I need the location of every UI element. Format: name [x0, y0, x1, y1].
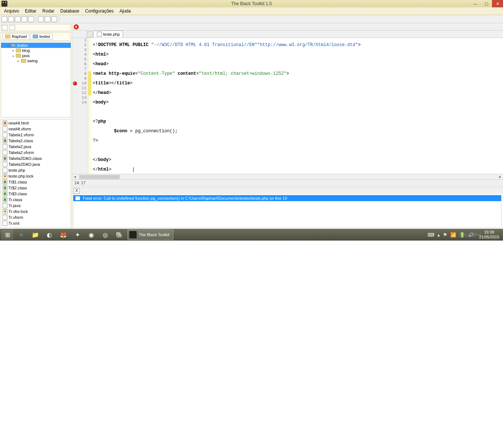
wifi-icon[interactable]: 📶 — [450, 232, 456, 238]
menu-database[interactable]: Database — [58, 8, 82, 14]
file-name: Tabela2.java — [8, 144, 31, 149]
file-item[interactable]: Tabela2DAO.java — [1, 161, 71, 167]
console-error-line[interactable]: Fatal error: Call to undefined function … — [73, 195, 501, 201]
project-tab-raphael[interactable]: Raphael — [3, 33, 29, 40]
console-message: Fatal error: Call to undefined function … — [83, 196, 287, 200]
menu-ajuda[interactable]: Ajuda — [117, 8, 134, 14]
file-item[interactable]: newHt.html — [1, 120, 71, 126]
file-item[interactable]: Tr$3.class — [1, 191, 71, 197]
scroll-thumb[interactable] — [79, 175, 120, 179]
expand-icon[interactable]: ▸ — [17, 59, 20, 63]
file-name: Tabela1.vform — [8, 133, 34, 137]
file-item[interactable]: Tr.vform — [1, 214, 71, 220]
file-item[interactable]: Tr.class — [1, 197, 71, 203]
taskbar-app3-icon[interactable]: ◎ — [99, 230, 111, 240]
taskbar-app1-icon[interactable]: ◐ — [43, 230, 55, 240]
file-item[interactable]: Tabela2.class — [1, 138, 71, 144]
taskbar-ie-icon[interactable]: e — [15, 230, 27, 240]
maximize-button[interactable]: ▢ — [481, 0, 492, 7]
line-number: 8 — [72, 71, 87, 76]
window-controls: — ▢ ✕ — [470, 0, 503, 7]
console-header: X — [72, 188, 503, 194]
tray-icon[interactable]: ▴ — [437, 232, 440, 238]
console-line-icon — [75, 196, 80, 200]
file-item[interactable]: Tr$1.class — [1, 179, 71, 185]
error-tab-row: ✕ — [72, 23, 503, 31]
file-item[interactable]: newHt.vform — [1, 126, 71, 132]
file-name: Tabela2.class — [8, 139, 33, 143]
tree-node-java[interactable]: ▴java — [1, 53, 71, 58]
run-icon[interactable] — [38, 16, 44, 22]
project-tab-testes[interactable]: testes — [30, 33, 53, 40]
scroll-right-icon[interactable]: ► — [497, 175, 503, 179]
save-all-icon[interactable] — [21, 16, 27, 22]
console-output[interactable]: Fatal error: Call to undefined function … — [73, 195, 502, 228]
menu-rodar[interactable]: Rodar — [40, 8, 57, 14]
file-name: Tr.class — [8, 197, 22, 202]
separator — [59, 16, 59, 22]
window-title: The Black Toolkit 1.5 — [231, 1, 272, 6]
add-item-icon[interactable] — [9, 25, 15, 30]
volume-icon[interactable]: 🔊 — [468, 232, 474, 238]
line-number: 13 — [72, 95, 87, 100]
line-number: 2 — [72, 43, 87, 48]
battery-icon[interactable]: 🔋 — [459, 232, 465, 238]
browser-icon[interactable] — [51, 16, 57, 22]
collapse-icon[interactable]: ▴ — [6, 44, 10, 47]
file-name: Tr$1.class — [8, 180, 27, 184]
file-item[interactable]: Tabela1.vform — [1, 132, 71, 138]
file-item[interactable]: Tr.vfor.lock — [1, 209, 71, 214]
file-item[interactable]: Tr.xml — [1, 220, 71, 226]
file-icon — [3, 174, 7, 179]
taskbar-explorer-icon[interactable]: 📁 — [29, 230, 41, 240]
taskbar-firefox-icon[interactable]: 🦊 — [57, 230, 69, 240]
line-number: 3 — [72, 48, 87, 52]
file-icon — [3, 209, 7, 214]
tree-node-swing[interactable]: ▸swing — [1, 58, 71, 63]
scroll-left-icon[interactable]: ◄ — [72, 175, 78, 179]
clock[interactable]: 19:39 21/05/2015 — [477, 230, 502, 239]
open-icon[interactable] — [8, 16, 14, 22]
flag-icon[interactable]: ⚑ — [443, 232, 447, 238]
expand-icon[interactable]: ▸ — [11, 49, 15, 52]
file-name: newHt.html — [8, 121, 29, 125]
line-number: 10 — [72, 81, 87, 86]
tab-nav-button[interactable] — [87, 31, 93, 37]
menu-editar[interactable]: Editar — [22, 8, 39, 14]
taskbar-active-app[interactable]: The Black Toolkit — [127, 230, 173, 240]
file-item[interactable]: teste.php.lock — [1, 173, 71, 179]
save-icon[interactable] — [15, 16, 21, 22]
console-close-button[interactable]: X — [74, 188, 80, 194]
menu-arquivo[interactable]: Arquivo — [1, 8, 22, 14]
close-button[interactable]: ✕ — [492, 0, 503, 7]
menu-configuracoes[interactable]: Configurações — [82, 8, 116, 14]
edit-icon[interactable] — [28, 16, 34, 22]
start-button[interactable]: ⊞ — [1, 230, 13, 240]
collapse-icon[interactable]: ▴ — [11, 54, 15, 57]
file-item[interactable]: teste.php — [1, 167, 71, 173]
code-editor[interactable]: 1234567891011121314 <!DOCTYPE HTML PUBLI… — [72, 38, 503, 174]
stop-icon[interactable] — [45, 16, 50, 22]
code-area[interactable]: <!DOCTYPE HTML PUBLIC "-//W3C//DTD HTML … — [91, 38, 503, 174]
tree-node-blog[interactable]: ▸blog — [1, 48, 71, 53]
file-item[interactable]: Tabela2.java — [1, 144, 71, 150]
file-item[interactable]: Tr.java — [1, 203, 71, 209]
folder-tree[interactable]: ▴testes ▸blog ▴java ▸swing — [1, 42, 71, 118]
file-item[interactable]: Tabela2DAO.class — [1, 155, 71, 161]
taskbar-app2-icon[interactable]: ✦ — [71, 230, 83, 240]
editor-tab-teste[interactable]: teste.php — [94, 31, 123, 38]
error-indicator-icon[interactable]: ✕ — [74, 24, 79, 29]
taskbar-pg-icon[interactable]: 🐘 — [113, 230, 125, 240]
taskbar-chrome-icon[interactable]: ◉ — [85, 230, 97, 240]
file-list[interactable]: newHt.htmlnewHt.vformTabela1.vformTabela… — [1, 119, 71, 228]
new-file-icon[interactable] — [1, 16, 7, 22]
file-name: Tr.vfor.lock — [8, 209, 28, 214]
file-item[interactable]: Tabela2.vform — [1, 150, 71, 155]
folder-icon — [11, 43, 16, 47]
file-item[interactable]: Tr$2.class — [1, 185, 71, 191]
tree-node-testes[interactable]: ▴testes — [1, 43, 71, 48]
keyboard-icon[interactable]: ⌨ — [428, 232, 435, 238]
horizontal-scrollbar[interactable]: ◄ ► — [72, 174, 503, 179]
minimize-button[interactable]: — — [470, 0, 481, 7]
new-item-icon[interactable] — [2, 25, 8, 30]
